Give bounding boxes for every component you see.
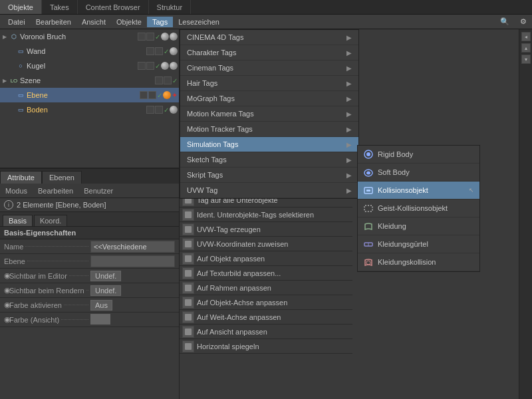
menu-ansicht[interactable]: Ansicht [76, 17, 111, 27]
menu-item-uvw[interactable]: UVW Tag ▶ [180, 183, 358, 198]
simulation-submenu: Rigid Body Soft Body Kollisionsobjekt ↖ [357, 145, 480, 272]
attr-info-text: 2 Elemente [Ebene, Boden] [17, 201, 106, 209]
vis-dot[interactable] [155, 76, 163, 84]
menu-item-cineman[interactable]: Cineman Tags ▶ [180, 61, 358, 76]
action-row-6[interactable]: Auf Rahmen anpassen [180, 281, 352, 295]
action-row-8[interactable]: Auf Weit-Achse anpassen [180, 310, 352, 325]
menu-item-skript[interactable]: Skript Tags ▶ [180, 168, 358, 183]
menu-bearbeiten[interactable]: Bearbeiten [31, 17, 76, 27]
attr-label-name: Name [4, 243, 90, 251]
vis-dot[interactable] [138, 33, 146, 41]
material-sphere[interactable] [161, 62, 169, 70]
action-btn-3[interactable]: ▾ [521, 55, 531, 64]
search-icon[interactable]: 🔍 [495, 16, 515, 27]
menu-item-hair[interactable]: Hair Tags ▶ [180, 76, 358, 91]
rigid-svg [363, 149, 374, 160]
attr-toolbar: Modus Bearbeiten Benutzer [0, 184, 179, 198]
tree-row-szene[interactable]: ▶ LO Szene ✓ [0, 73, 179, 88]
tree-row-voronoi[interactable]: ▶ ⬡ Voronoi Bruch ✓ [0, 29, 179, 44]
menu-item-sketch[interactable]: Sketch Tags ▶ [180, 152, 358, 168]
attr-tab-ebenen[interactable]: Ebenen [42, 171, 82, 184]
toolbar-benutzer[interactable]: Benutzer [78, 186, 118, 196]
soft-body-icon [363, 167, 374, 178]
tab-takes[interactable]: Takes [42, 0, 78, 14]
attr-value-name[interactable] [90, 241, 175, 253]
render-dot[interactable] [148, 91, 156, 99]
action-row-3[interactable]: UVW-Koordinaten zuweisen [180, 237, 352, 251]
submenu-item-kleidungskoll[interactable]: Kleidungskollision [358, 253, 479, 271]
farbe-aktiv-btn[interactable]: Aus [90, 300, 112, 311]
svg-rect-1 [185, 211, 192, 218]
name-input[interactable] [90, 241, 175, 253]
submenu-label-rigid: Rigid Body [378, 150, 413, 158]
sichtbar-render-btn[interactable]: Undef. [90, 285, 121, 296]
render-dot[interactable] [164, 76, 172, 84]
material-sphere2[interactable] [170, 33, 178, 41]
sub-tab-koord[interactable]: Koord. [34, 215, 67, 226]
action-row-7[interactable]: Auf Objekt-Achse anpassen [180, 295, 352, 310]
attr-tab-attribute[interactable]: Attribute [0, 171, 42, 184]
attr-label-sichtbar-render: ◉ Sichtbar beim Rendern [4, 286, 90, 295]
action-row-9[interactable]: Auf Ansicht anpassen [180, 325, 352, 339]
settings-icon[interactable]: ⚙ [515, 16, 532, 27]
action-icon-6 [182, 282, 194, 294]
material-sphere[interactable] [170, 47, 178, 55]
tab-content-browser[interactable]: Content Browser [78, 0, 149, 14]
vis-dot[interactable] [146, 106, 154, 114]
action-row-2[interactable]: UVW-Tag erzeugen [180, 222, 352, 237]
action-btn-2[interactable]: ▴ [521, 43, 531, 53]
submenu-item-kleidung[interactable]: Kleidung [358, 217, 479, 235]
menu-tags[interactable]: Tags [147, 17, 173, 27]
material-sphere[interactable] [161, 33, 169, 41]
menu-objekte[interactable]: Objekte [111, 17, 147, 27]
render-dot[interactable] [146, 33, 154, 41]
menu-item-simulation[interactable]: Simulation Tags ▶ [180, 137, 358, 152]
render-dot[interactable] [146, 62, 154, 70]
submenu-item-kleidungsguerte[interactable]: Kleidungsgürtel [358, 235, 479, 253]
material-sphere[interactable] [170, 106, 178, 114]
menu-item-motion-kamera[interactable]: Motion Kamera Tags ▶ [180, 106, 358, 122]
menu-item-cinema4d[interactable]: CINEMA 4D Tags ▶ [180, 30, 358, 45]
submenu-item-kollision[interactable]: Kollisionsobjekt ↖ [358, 182, 479, 200]
action-row-4[interactable]: Auf Objekt anpassen [180, 251, 352, 266]
action-icon-5 [182, 267, 194, 279]
vis-dot[interactable] [138, 62, 146, 70]
sichtbar-editor-btn[interactable]: Undef. [90, 271, 121, 281]
submenu-item-soft[interactable]: Soft Body [358, 164, 479, 182]
submenu-item-geist[interactable]: Geist-Kollisionsobjekt [358, 200, 479, 217]
menu-item-charakter[interactable]: Charakter Tags ▶ [180, 45, 358, 61]
menu-item-mograph[interactable]: MoGraph Tags ▶ [180, 91, 358, 106]
material-sphere2[interactable] [170, 62, 178, 70]
toolbar-bearbeiten[interactable]: Bearbeiten [33, 186, 78, 196]
tree-row-wand[interactable]: ▭ Wand ✓ [0, 44, 179, 59]
render-dot[interactable] [155, 47, 163, 55]
action-row-5[interactable]: Auf Texturbild anpassen... [180, 266, 352, 281]
tree-row-boden[interactable]: ▭ Boden ✓ [0, 102, 179, 117]
action-row-10[interactable]: Horizontal spiegeln [180, 339, 352, 354]
object-icon-szene: LO [9, 76, 19, 85]
action-row-1[interactable]: Ident. Unterobjekte-Tags selektieren [180, 207, 352, 222]
vis-dot[interactable] [146, 47, 154, 55]
attr-label-farbe-ansicht: ◉ Farbe (Ansicht) [4, 315, 90, 324]
menu-lesezeichen[interactable]: Lesezeichen [173, 17, 225, 27]
render-dot[interactable] [155, 106, 163, 114]
attr-value-ebene[interactable] [90, 255, 175, 267]
vis-dot[interactable] [140, 91, 148, 99]
check-icon: ✓ [155, 63, 160, 70]
submenu-item-rigid[interactable]: Rigid Body [358, 146, 479, 164]
sub-tab-basis[interactable]: Basis [3, 215, 33, 226]
menu-item-motion-tracker[interactable]: Motion Tracker Tags ▶ [180, 122, 358, 137]
tags-dropdown: CINEMA 4D Tags ▶ Charakter Tags ▶ Cinema… [180, 29, 359, 199]
tree-row-ebene[interactable]: ▭ Ebene ✓ ✦ [0, 88, 179, 102]
check-icon: ✓ [164, 48, 169, 55]
menu-datei[interactable]: Datei [3, 17, 31, 27]
ebene-input[interactable] [90, 255, 175, 267]
color-swatch[interactable] [90, 314, 110, 325]
material-sphere-orange[interactable] [163, 91, 171, 99]
tab-struktur[interactable]: Struktur [149, 0, 192, 14]
action-icon-9 [182, 326, 194, 338]
action-btn-1[interactable]: ◂ [521, 32, 531, 41]
tab-objekte[interactable]: Objekte [0, 0, 42, 14]
tree-row-kugel[interactable]: ○ Kugel ✓ [0, 59, 179, 73]
toolbar-modus[interactable]: Modus [0, 186, 33, 196]
